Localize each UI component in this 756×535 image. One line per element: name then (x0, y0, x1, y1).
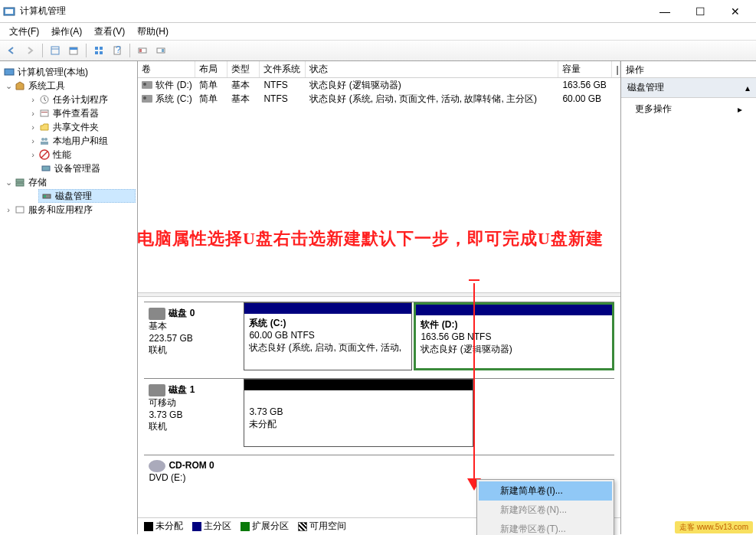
tree-scheduler[interactable]: ›任务计划程序 (26, 93, 136, 106)
partition-c[interactable]: 系统 (C:) 60.00 GB NTFS 状态良好 (系统, 启动, 页面文件… (244, 302, 412, 370)
close-button[interactable]: ✕ (718, 0, 753, 23)
svg-rect-18 (41, 110, 48, 116)
ctx-new-spanned-volume: 新建跨区卷(N)... (479, 501, 612, 520)
svg-rect-5 (70, 47, 77, 50)
tree-devicemgr[interactable]: 设备管理器 (38, 161, 136, 175)
svg-rect-1 (5, 9, 13, 14)
svg-text:?: ? (116, 45, 121, 55)
svg-rect-9 (100, 51, 103, 54)
table-row[interactable]: 系统 (C:) 简单 基本 NTFS 状态良好 (系统, 启动, 页面文件, 活… (138, 92, 620, 106)
toolbar-extra-1[interactable] (134, 42, 151, 59)
volume-table-header: 卷 布局 类型 文件系统 状态 容量 | (138, 61, 620, 78)
volume-table[interactable]: 软件 (D:) 简单 基本 NTFS 状态良好 (逻辑驱动器) 163.56 G… (138, 78, 620, 292)
partition-unallocated[interactable]: 3.73 GB 未分配 (244, 379, 473, 447)
svg-rect-6 (95, 47, 98, 50)
volume-icon (142, 81, 152, 89)
svg-point-20 (41, 138, 44, 141)
toolbar-extra-2[interactable] (152, 42, 169, 59)
col-layout[interactable]: 布局 (195, 61, 227, 77)
col-status[interactable]: 状态 (306, 61, 558, 77)
actions-section[interactable]: 磁盘管理▴ (621, 78, 756, 98)
volume-icon (142, 95, 152, 103)
context-menu: 新建简单卷(I)... 新建跨区卷(N)... 新建带区卷(T)... 新建镜像… (476, 479, 614, 535)
svg-rect-8 (95, 51, 98, 54)
menubar: 文件(F) 操作(A) 查看(V) 帮助(H) (0, 23, 756, 40)
col-bar[interactable]: | (612, 61, 620, 77)
tree-eventviewer[interactable]: ›事件查看器 (26, 106, 136, 120)
actions-pane: 操作 磁盘管理▴ 更多操作▸ (621, 61, 756, 534)
table-row[interactable]: 软件 (D:) 简单 基本 NTFS 状态良好 (逻辑驱动器) 163.56 G… (138, 78, 620, 92)
tree-localusers[interactable]: ›本地用户和组 (26, 134, 136, 148)
disk-row-1: 磁盘 1 可移动 3.73 GB 联机 3.73 GB 未分配 (144, 378, 614, 447)
menu-action[interactable]: 操作(A) (45, 24, 88, 40)
col-type[interactable]: 类型 (227, 61, 260, 77)
svg-rect-7 (100, 47, 103, 50)
ctx-new-striped-volume: 新建带区卷(T)... (479, 520, 612, 535)
properties-button[interactable] (65, 42, 82, 59)
tree-root[interactable]: 计算机管理(本地) (2, 65, 136, 79)
svg-rect-15 (162, 49, 164, 52)
cdrom-icon (149, 460, 165, 472)
navigation-tree[interactable]: 计算机管理(本地) ⌄系统工具 ›任务计划程序 ›事件查看器 ›共享文件夹 ›本… (0, 61, 138, 534)
titlebar: 计算机管理 — ☐ ✕ (0, 0, 756, 23)
tree-systools[interactable]: ⌄系统工具 (2, 79, 136, 93)
menu-file[interactable]: 文件(F) (3, 24, 45, 40)
minimize-button[interactable]: — (647, 0, 682, 23)
toolbar: ? (0, 40, 756, 61)
disk-0-info[interactable]: 磁盘 0 基本 223.57 GB 联机 (144, 302, 244, 370)
more-actions[interactable]: 更多操作▸ (621, 98, 756, 120)
tree-performance[interactable]: ›性能 (26, 148, 136, 161)
window-title: 计算机管理 (20, 5, 647, 18)
refresh-button[interactable] (90, 42, 107, 59)
col-capacity[interactable]: 容量 (558, 61, 612, 77)
back-button[interactable] (3, 42, 20, 59)
help-button[interactable]: ? (109, 42, 126, 59)
views-button[interactable] (47, 42, 64, 59)
tree-storage[interactable]: ⌄存储 (2, 175, 136, 189)
svg-rect-19 (41, 112, 47, 113)
col-fs[interactable]: 文件系统 (260, 61, 306, 77)
ctx-new-simple-volume[interactable]: 新建简单卷(I)... (479, 481, 612, 501)
chevron-right-icon: ▸ (738, 104, 742, 115)
disk-1-info[interactable]: 磁盘 1 可移动 3.73 GB 联机 (144, 379, 244, 447)
svg-point-21 (44, 138, 47, 141)
actions-header: 操作 (621, 61, 756, 78)
svg-rect-22 (41, 142, 48, 145)
svg-rect-30 (16, 207, 24, 213)
svg-rect-2 (51, 47, 59, 54)
svg-rect-27 (16, 183, 24, 186)
svg-rect-16 (5, 69, 14, 75)
menu-help[interactable]: 帮助(H) (131, 24, 175, 40)
app-icon (3, 5, 15, 18)
cdrom-info[interactable]: CD-ROM 0 DVD (E:) (144, 455, 244, 488)
svg-rect-13 (139, 49, 142, 52)
disk-icon (149, 308, 165, 320)
tree-services[interactable]: ›服务和应用程序 (2, 203, 136, 217)
tree-diskmgmt[interactable]: 磁盘管理 (38, 189, 136, 203)
partition-d[interactable]: 软件 (D:) 163.56 GB NTFS 状态良好 (逻辑驱动器) (414, 302, 614, 370)
svg-rect-25 (42, 166, 50, 171)
tree-sharedfolders[interactable]: ›共享文件夹 (26, 120, 136, 134)
watermark: 走客 www.5v13.com (675, 521, 753, 533)
svg-line-24 (41, 152, 47, 158)
annotation-text: 点开电脑属性选择U盘右击选新建默认下一步，即可完成U盘新建 (138, 227, 620, 250)
svg-rect-26 (16, 179, 24, 182)
forward-button[interactable] (21, 42, 38, 59)
disk-row-0: 磁盘 0 基本 223.57 GB 联机 系统 (C:) 60.00 GB NT… (144, 302, 614, 370)
maximize-button[interactable]: ☐ (682, 0, 718, 23)
disk-icon (149, 384, 165, 396)
svg-rect-29 (44, 195, 46, 197)
collapse-icon: ▴ (745, 83, 750, 93)
menu-view[interactable]: 查看(V) (88, 24, 131, 40)
col-volume[interactable]: 卷 (138, 61, 195, 77)
